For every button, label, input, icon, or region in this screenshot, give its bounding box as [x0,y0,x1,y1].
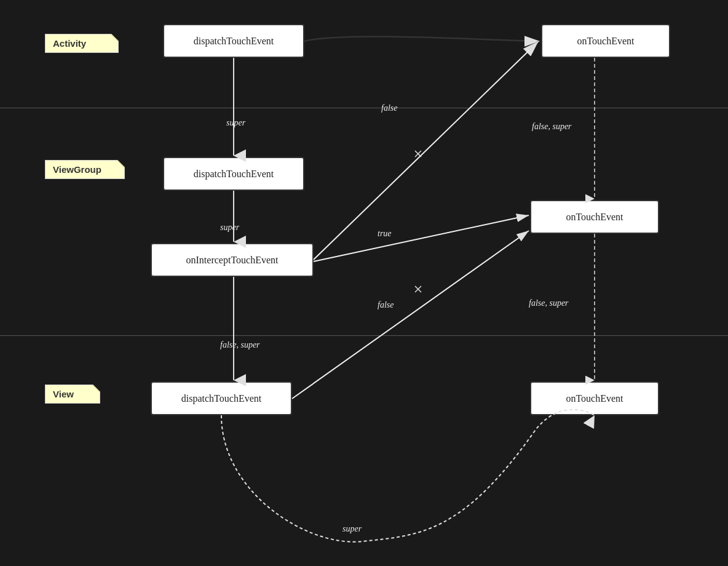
activity-label: Activity [45,34,119,53]
svg-line-9 [314,42,538,260]
label-false-super3: false, super [220,340,260,350]
label-super3: super [342,524,362,534]
activity-dispatch-box: dispatchTouchEvent [163,24,304,58]
svg-line-19 [415,286,421,292]
svg-line-10 [314,42,538,260]
label-super2: super [220,223,239,233]
svg-line-12 [314,215,529,261]
label-super1: super [226,118,245,128]
diagram-container: Activity ViewGroup View dispatchTouchEve… [0,0,728,566]
separator-2 [0,335,728,336]
label-true1: true [378,229,392,239]
svg-line-14 [292,231,529,399]
vg-intercept-box: onInterceptTouchEvent [151,243,314,277]
view-ontouch-box: onTouchEvent [530,381,659,415]
label-false2: false [378,300,394,310]
vg-dispatch-box: dispatchTouchEvent [163,157,304,191]
vg-ontouch-box: onTouchEvent [530,200,659,234]
label-false-super1: false, super [532,122,572,132]
label-false1: false [381,103,397,113]
separator-1 [0,108,728,108]
view-label: View [45,385,100,404]
activity-ontouch-box: onTouchEvent [541,24,670,58]
view-dispatch-box: dispatchTouchEvent [151,381,292,415]
svg-line-20 [415,286,421,292]
svg-line-18 [415,151,421,157]
arrows-svg [0,0,728,566]
label-false-super2: false, super [529,298,569,308]
svg-line-13 [292,231,529,399]
svg-line-11 [314,215,529,261]
viewgroup-label: ViewGroup [45,160,125,179]
svg-line-17 [415,151,421,157]
